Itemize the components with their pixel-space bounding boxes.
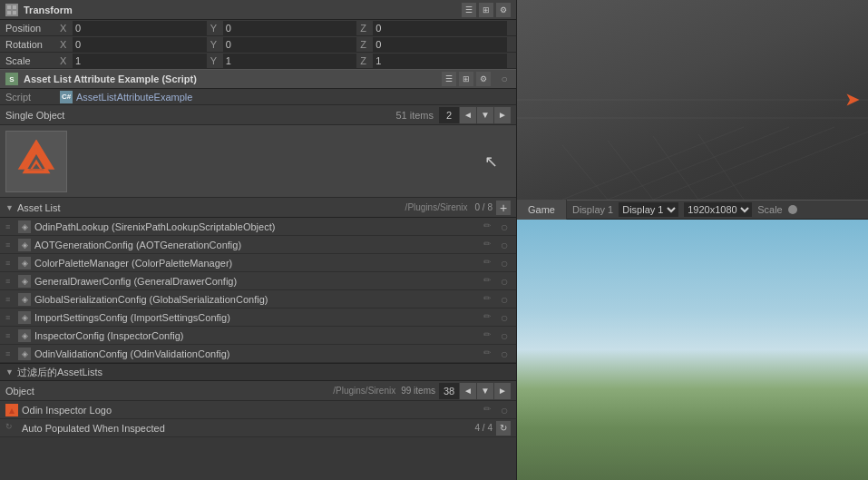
scale-y-input[interactable] [223,54,357,68]
scale-z-axis: Z [360,55,373,66]
transform-header-icons: ☰ ⊞ ⚙ [462,3,511,17]
rotation-z-axis: Z [360,39,373,50]
item-dot-icon[interactable]: ○ [498,329,511,342]
odin-dot-icon[interactable]: ○ [498,404,511,416]
drag-handle[interactable]: ≡ [5,222,16,231]
item-label: ImportSettingsConfig (ImportSettingsConf… [34,312,483,323]
item-dot-icon[interactable]: ○ [498,239,511,251]
item-edit-icon[interactable]: ✏ [483,257,496,269]
svg-line-22 [698,134,744,200]
object-nav-buttons: 38 ◄ ▼ ► [439,383,511,399]
auto-refresh-icon[interactable]: ↻ [496,421,511,436]
drag-handle[interactable]: ≡ [5,331,16,340]
scale-y-axis: Y [210,55,223,66]
game-controls: Display 1 Display 1 1920x1080 Scale [567,202,868,217]
page-num: 2 [439,107,459,123]
drag-handle[interactable]: ≡ [5,313,16,322]
rotation-row: Rotation X Y Z [0,36,516,53]
drag-handle[interactable]: ≡ [5,349,16,358]
left-panel: Transform ☰ ⊞ ⚙ Position X Y Z [0,0,517,480]
transform-lock-icon[interactable]: ⊞ [479,3,493,17]
next-page-button[interactable]: ▼ [477,107,493,123]
asset-attribute-title: Asset List Attribute Example (Script) [24,73,436,84]
transform-gear-icon[interactable]: ⚙ [496,3,511,17]
svg-rect-1 [13,5,16,9]
scale-z-field: Z [360,54,511,68]
odin-edit-icon[interactable]: ✏ [483,404,496,416]
object-last-button[interactable]: ► [494,383,511,399]
transform-menu-icon[interactable]: ☰ [462,3,476,17]
last-page-button[interactable]: ► [494,107,511,123]
asset-menu-icon[interactable]: ☰ [442,72,456,86]
drag-handle[interactable]: ≡ [5,295,16,304]
prev-page-button[interactable]: ◄ [460,107,476,123]
item-so-icon: ◈ [18,257,31,269]
filter-expand-icon[interactable]: ▼ [5,367,14,377]
asset-list-items: ≡ ◈ OdinPathLookup (SirenixPathLookupScr… [0,218,516,363]
odin-icon [5,404,18,416]
item-edit-icon[interactable]: ✏ [483,311,496,324]
position-x-field: X [60,21,210,35]
add-asset-button[interactable]: + [496,201,511,215]
rotation-x-input[interactable] [73,37,207,52]
asset-gear-icon[interactable]: ⚙ [476,72,491,86]
drag-handle[interactable]: ≡ [5,259,16,268]
drag-handle[interactable]: ≡ [5,277,16,286]
object-next-button[interactable]: ▼ [477,383,493,399]
asset-lock-icon[interactable]: ⊞ [459,72,473,86]
item-edit-icon[interactable]: ✏ [483,275,496,288]
list-item: ≡ ◈ OdinValidationConfig (OdinValidation… [0,345,516,363]
script-file-value: AssetListAttributeExample [76,92,192,103]
filter-title: 过滤后的AssetLists [17,366,511,379]
item-edit-icon[interactable]: ✏ [483,329,496,342]
single-object-label: Single Object [5,110,395,121]
asset-collapse-icon[interactable]: ○ [498,73,511,85]
odin-label: Odin Inspector Logo [22,405,483,416]
display-select[interactable]: Display 1 [619,202,678,217]
odin-inspector-row: Odin Inspector Logo ✏ ○ [0,401,516,419]
item-edit-icon[interactable]: ✏ [483,293,496,306]
scale-y-field: Y [210,54,361,68]
svg-line-18 [698,127,868,200]
item-edit-icon[interactable]: ✏ [483,239,496,251]
item-edit-icon[interactable]: ✏ [483,220,496,233]
scale-slider-dot[interactable] [788,205,797,214]
item-dot-icon[interactable]: ○ [498,311,511,324]
asset-list-title: Asset List [17,202,405,213]
svg-line-21 [653,136,698,200]
list-item: ≡ ◈ ImportSettingsConfig (ImportSettings… [0,309,516,327]
scene-bg: ➤ [517,0,868,200]
resolution-select[interactable]: 1920x1080 [684,202,752,217]
game-sky-ground [517,220,868,480]
scale-z-input[interactable] [373,54,507,68]
item-edit-icon[interactable]: ✏ [483,348,496,360]
scale-x-input[interactable] [73,54,207,68]
asset-list-count: 0 / 8 [475,202,493,212]
transform-header: Transform ☰ ⊞ ⚙ [0,0,516,20]
object-label: Object [5,386,60,397]
item-so-icon: ◈ [18,293,31,306]
game-tab[interactable]: Game [517,200,567,220]
rotation-z-input[interactable] [373,37,507,52]
auto-count: 4 / 4 [475,423,493,433]
items-count: 51 items [395,110,434,121]
scale-label: Scale [5,55,60,66]
item-dot-icon[interactable]: ○ [498,257,511,269]
item-label: ColorPaletteManager (ColorPaletteManager… [34,258,483,269]
item-dot-icon[interactable]: ○ [498,275,511,288]
object-prev-button[interactable]: ◄ [460,383,476,399]
asset-attribute-header-icons: ☰ ⊞ ⚙ [442,72,491,86]
item-dot-icon[interactable]: ○ [498,293,511,306]
preview-area: ↖ [0,125,516,198]
position-z-input[interactable] [373,21,507,35]
item-dot-icon[interactable]: ○ [498,220,511,233]
position-x-input[interactable] [73,21,207,35]
asset-list-expand-icon[interactable]: ▼ [5,203,14,212]
position-y-input[interactable] [223,21,357,35]
item-dot-icon[interactable]: ○ [498,348,511,360]
rotation-fields: X Y Z [60,37,511,52]
drag-handle[interactable]: ≡ [5,240,16,250]
rotation-label: Rotation [5,39,60,50]
position-z-field: Z [360,21,511,35]
rotation-y-input[interactable] [223,37,357,52]
